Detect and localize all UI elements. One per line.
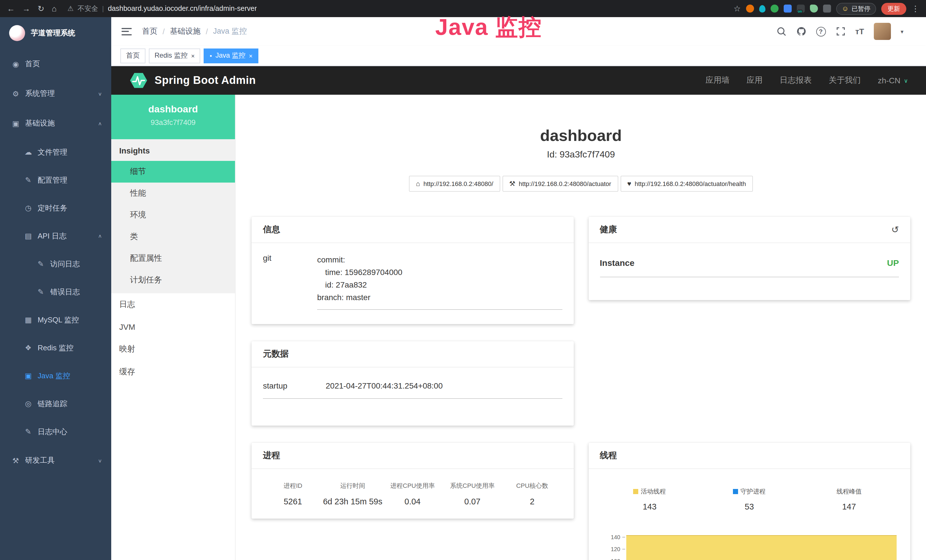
tag-view-tabs: 首页 Redis 监控 × ● Java 监控 × (111, 45, 926, 66)
update-button[interactable]: 更新 (881, 3, 906, 15)
tab-home[interactable]: 首页 (120, 48, 145, 63)
breadcrumb-home[interactable]: 首页 (142, 26, 157, 36)
search-icon[interactable] (776, 26, 786, 36)
process-table: 进程ID5261 运行时间6d 23h 15m 59s 进程CPU使用率0.04… (263, 481, 562, 506)
sba-item-scheduled-tasks[interactable]: 计划任务 (111, 269, 235, 291)
address-bar[interactable]: ⚠ 不安全 | dashboard.yudao.iocoder.cn/infra… (67, 4, 726, 14)
sidebar-item-devtools[interactable]: ⚒ 研发工具 ∨ (0, 446, 111, 475)
home-icon: ⌂ (416, 180, 420, 188)
sidebar-item-cron[interactable]: ◷ 定时任务 (0, 194, 111, 222)
sidebar-item-home[interactable]: ◉ 首页 (0, 49, 111, 79)
caret-down-icon[interactable]: ▾ (900, 28, 903, 35)
column-header: 进程CPU使用率 (383, 481, 443, 490)
fullscreen-icon[interactable] (835, 26, 846, 36)
actuator-url-button[interactable]: ⚒ http://192.168.0.2:48080/actuator (502, 176, 618, 192)
sba-item-logs[interactable]: 日志 (111, 293, 235, 316)
close-icon[interactable]: × (191, 52, 195, 59)
sba-item-jvm[interactable]: JVM (111, 316, 235, 338)
close-icon[interactable]: × (249, 52, 253, 59)
health-url-button[interactable]: ♥ http://192.168.0.2:48080/actuator/heal… (620, 176, 753, 192)
language-selector[interactable]: zh-CN ∨ (878, 76, 908, 85)
chevron-down-icon: ∨ (98, 91, 102, 97)
sba-item-performance[interactable]: 性能 (111, 183, 235, 204)
history-icon[interactable]: ↺ (891, 224, 899, 235)
sba-item-config-props[interactable]: 配置属性 (111, 248, 235, 269)
heart-icon: ♥ (627, 180, 631, 188)
sidebar-item-java[interactable]: ▣ Java 监控 (0, 362, 111, 390)
table-icon: ▦ (24, 316, 33, 324)
extension-icon-6[interactable] (809, 5, 818, 12)
sba-item-environment[interactable]: 环境 (111, 204, 235, 226)
sba-item-classes[interactable]: 类 (111, 226, 235, 248)
sba-content: dashboard Id: 93a3fc7f7409 ⌂ http://192.… (236, 95, 926, 560)
help-icon[interactable]: ? (816, 27, 826, 36)
sba-nav-wallboard[interactable]: 应用墙 (705, 75, 729, 86)
reload-icon[interactable]: ↻ (38, 5, 44, 12)
tab-redis-monitor[interactable]: Redis 监控 × (149, 48, 200, 63)
sidebar-item-config[interactable]: ✎ 配置管理 (0, 166, 111, 194)
security-warning-label[interactable]: 不安全 (77, 4, 98, 14)
service-links: ⌂ http://192.168.0.2:48080/ ⚒ http://192… (251, 176, 910, 192)
sidebar-item-error-log[interactable]: ✎ 错误日志 (0, 278, 111, 306)
instance-id-line: Id: 93a3fc7f7409 (251, 150, 910, 160)
column-header: 系统CPU使用率 (442, 481, 502, 490)
sba-nav-about[interactable]: 关于我们 (829, 75, 861, 86)
back-icon[interactable]: ← (7, 5, 15, 12)
sba-body: dashboard 93a3fc7f7409 Insights 细节 性能 环境… (111, 95, 926, 560)
app-logo-row[interactable]: 芋道管理系统 (0, 17, 111, 49)
service-url-button[interactable]: ⌂ http://192.168.0.2:48080/ (409, 176, 500, 192)
instance-name: dashboard (111, 104, 235, 115)
paused-badge[interactable]: ☺ 已暂停 (836, 3, 876, 15)
sidebar-item-label: 配置管理 (38, 175, 67, 185)
forward-icon[interactable]: → (22, 5, 30, 12)
sidebar-item-files[interactable]: ☁ 文件管理 (0, 138, 111, 166)
sidebar-item-infra[interactable]: ▣ 基础设施 ∧ (0, 108, 111, 138)
sba-item-caches[interactable]: 缓存 (111, 360, 235, 383)
threads-chart: 140 120 100 (600, 518, 899, 560)
extension-icon-2[interactable] (759, 5, 765, 12)
sba-brand[interactable]: Spring Boot Admin (130, 73, 256, 88)
sidebar-item-log-center[interactable]: ✎ 日志中心 (0, 418, 111, 446)
sidebar-item-redis[interactable]: ❖ Redis 监控 (0, 334, 111, 362)
security-warning-icon[interactable]: ⚠ (67, 5, 74, 12)
column-header: CPU核心数 (502, 481, 562, 490)
sidebar-item-label: 日志中心 (38, 427, 67, 437)
process-card: 进程 进程ID5261 运行时间6d 23h 15m 59s 进程CPU使用率0… (251, 443, 573, 519)
breadcrumb-infra[interactable]: 基础设施 (170, 26, 201, 36)
collapse-sidebar-button[interactable] (121, 28, 132, 35)
legend-value: 147 (799, 502, 899, 511)
bookmark-star-icon[interactable]: ☆ (734, 5, 741, 12)
info-line: id: 27aa832 (317, 278, 562, 291)
extension-icon-1[interactable] (746, 5, 754, 12)
cell-value: 0.07 (442, 497, 502, 506)
sidebar-item-system[interactable]: ⚙ 系统管理 ∨ (0, 79, 111, 108)
sidebar-item-mysql[interactable]: ▦ MySQL 监控 (0, 306, 111, 334)
sba-navbar: Spring Boot Admin 应用墙 应用 日志报表 关于我们 zh-CN… (111, 66, 926, 95)
avatar[interactable] (874, 23, 891, 40)
health-row: Instance UP (600, 258, 899, 277)
cell-value: 2 (502, 497, 562, 506)
sba-instance-header[interactable]: dashboard 93a3fc7f7409 (111, 95, 235, 139)
extension-icon-4[interactable] (784, 5, 791, 12)
legend-label: 线程峰值 (837, 487, 861, 496)
sba-nav-journal[interactable]: 日志报表 (780, 75, 812, 86)
sba-sidebar: dashboard 93a3fc7f7409 Insights 细节 性能 环境… (111, 95, 236, 560)
sidebar-item-trace[interactable]: ◎ 链路追踪 (0, 390, 111, 418)
overflow-menu-icon[interactable]: ⋮ (911, 5, 920, 12)
url-text[interactable]: dashboard.yudao.iocoder.cn/infra/admin-s… (108, 5, 257, 12)
extension-icon-7[interactable] (823, 5, 831, 12)
sba-item-mappings[interactable]: 映射 (111, 338, 235, 360)
github-icon[interactable] (796, 26, 806, 36)
sba-item-details[interactable]: 细节 (111, 161, 235, 183)
info-card: 信息 git commit: time: 1596289704000 id: 2… (251, 217, 573, 324)
extension-icon-3[interactable] (770, 5, 778, 12)
home-icon[interactable]: ⌂ (51, 5, 56, 12)
sba-nav-links: 应用墙 应用 日志报表 关于我们 zh-CN ∨ (705, 75, 908, 86)
tab-java-monitor[interactable]: ● Java 监控 × (204, 48, 259, 63)
extension-icon-5[interactable]: on (796, 5, 805, 12)
font-size-icon[interactable]: тT (855, 27, 864, 36)
instance-id: 93a3fc7f7409 (111, 118, 235, 127)
sba-nav-applications[interactable]: 应用 (747, 75, 763, 86)
sidebar-item-access-log[interactable]: ✎ 访问日志 (0, 250, 111, 278)
sidebar-item-api-log[interactable]: ▤ API 日志 ∧ (0, 222, 111, 250)
